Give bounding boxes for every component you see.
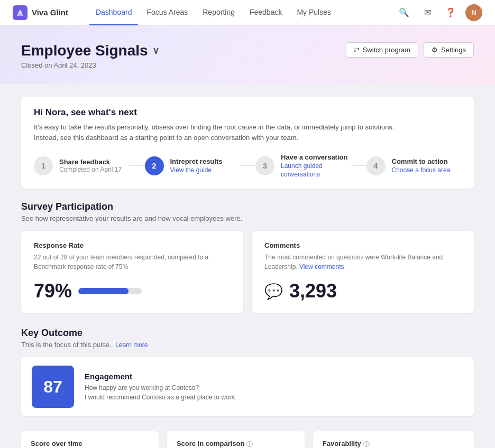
nav-reporting[interactable]: Reporting <box>196 0 241 25</box>
step-4-number: 4 <box>366 156 386 175</box>
score-over-time-title: Score over time <box>31 440 149 447</box>
engagement-desc2: I would recommend Contoso as a great pla… <box>85 393 236 402</box>
favorability-title: Favorability <box>323 440 361 447</box>
step-2-number: 2 <box>145 156 164 175</box>
comparison-info-icon[interactable]: ⓘ <box>246 440 253 448</box>
engagement-desc1: How happy are you working at Contoso? <box>85 383 236 393</box>
bottom-grid: Score over time Your score increased by … <box>21 431 474 448</box>
engagement-card: 87 Engagement How happy are you working … <box>21 357 474 416</box>
nav-my-pulses[interactable]: My Pulses <box>290 0 337 25</box>
main-content: Hi Nora, see what's next It's easy to ta… <box>0 84 495 448</box>
favorability-card: Favorability ⓘ Positive favorability is … <box>313 431 474 448</box>
navbar: Viva Glint Dashboard Focus Areas Reporti… <box>0 0 495 25</box>
survey-participation-section: Survey Participation See how representat… <box>21 201 474 313</box>
whats-next-description: It's easy to take the results personally… <box>34 122 461 143</box>
gear-icon: ⚙ <box>432 46 438 54</box>
step-4-link[interactable]: Choose a focus area <box>392 166 451 174</box>
response-rate-bar <box>78 288 142 294</box>
user-avatar[interactable]: N <box>465 4 482 21</box>
response-rate-desc: 22 out of 28 of your team members respon… <box>34 253 231 272</box>
nav-feedback[interactable]: Feedback <box>243 0 288 25</box>
nav-focus-areas[interactable]: Focus Areas <box>140 0 194 25</box>
nav-icons: 🔍 ✉ ❓ N <box>396 4 482 21</box>
learn-more-link[interactable]: Learn more <box>115 341 148 349</box>
survey-participation-title: Survey Participation <box>21 201 474 212</box>
step-1-label: Share feedback <box>59 158 129 166</box>
step-1-number: 1 <box>34 156 53 175</box>
step-4-label: Commit to action <box>392 157 462 165</box>
engagement-title: Engagement <box>85 372 236 381</box>
page-header: Employee Signals ∨ Closed on April 24, 2… <box>0 25 495 84</box>
score-comparison-title: Score in comparison <box>177 440 245 447</box>
steps-row: 1 Share feedback Completed on April 17 2… <box>34 153 461 178</box>
step-3-label: Have a conversation <box>281 153 351 161</box>
header-actions: ⇄ Switch program ⚙ Settings <box>346 42 474 58</box>
response-rate-card: Response Rate 22 out of 28 of your team … <box>21 231 243 313</box>
key-outcome-desc: This is the focus of this pulse. Learn m… <box>21 341 474 349</box>
page-subtitle: Closed on April 24, 2023 <box>21 61 159 69</box>
title-dropdown-icon[interactable]: ∨ <box>152 45 159 57</box>
nav-links: Dashboard Focus Areas Reporting Feedback… <box>89 0 383 25</box>
nav-dashboard[interactable]: Dashboard <box>89 0 139 25</box>
search-button[interactable]: 🔍 <box>396 4 412 21</box>
step-1-sub: Completed on April 17 <box>59 166 129 173</box>
step-2: 2 Intrepret results View the guide <box>145 156 240 175</box>
step-2-link[interactable]: View the guide <box>170 166 212 174</box>
step-3-link[interactable]: Launch guided conversations <box>281 162 323 178</box>
step-3-number: 3 <box>255 156 274 175</box>
comments-card: Comments The most commented on questions… <box>252 231 474 313</box>
step-divider-1 <box>129 165 145 166</box>
step-4: 4 Commit to action Choose a focus area <box>366 156 462 175</box>
comments-desc: The most commented on questions were Wor… <box>264 253 461 272</box>
app-logo: Viva Glint <box>13 5 68 20</box>
settings-button[interactable]: ⚙ Settings <box>424 42 474 58</box>
help-button[interactable]: ❓ <box>442 4 459 21</box>
page-title: Employee Signals ∨ <box>21 42 159 59</box>
participation-grid: Response Rate 22 out of 28 of your team … <box>21 231 474 313</box>
step-3: 3 Have a conversation Launch guided conv… <box>255 153 351 178</box>
whats-next-title: Hi Nora, see what's next <box>34 107 461 118</box>
mail-button[interactable]: ✉ <box>419 4 436 21</box>
score-comparison-card: Score in comparison ⓘ Score is up +2 ove… <box>167 431 305 448</box>
key-outcome-section: Key Outcome This is the focus of this pu… <box>21 328 474 416</box>
step-2-label: Intrepret results <box>170 157 240 165</box>
step-divider-2 <box>240 165 255 166</box>
favorability-info-icon[interactable]: ⓘ <box>363 440 370 448</box>
step-1: 1 Share feedback Completed on April 17 <box>34 156 129 175</box>
score-over-time-card: Score over time Your score increased by … <box>21 431 159 448</box>
comment-icon: 💬 <box>264 283 283 300</box>
response-rate-label: Response Rate <box>34 241 231 249</box>
whats-next-card: Hi Nora, see what's next It's easy to ta… <box>21 97 474 189</box>
engagement-score: 87 <box>32 366 74 408</box>
survey-participation-desc: See how representative your results are … <box>21 214 474 222</box>
response-rate-stat: 79% <box>34 280 231 302</box>
comments-count: 💬 3,293 <box>264 280 461 302</box>
switch-program-button[interactable]: ⇄ Switch program <box>346 42 418 58</box>
comments-label: Comments <box>264 241 461 249</box>
view-comments-link[interactable]: View comments <box>299 263 344 270</box>
switch-icon: ⇄ <box>354 46 360 54</box>
step-divider-3 <box>351 165 366 166</box>
key-outcome-title: Key Outcome <box>21 328 474 339</box>
app-name: Viva Glint <box>32 8 68 17</box>
